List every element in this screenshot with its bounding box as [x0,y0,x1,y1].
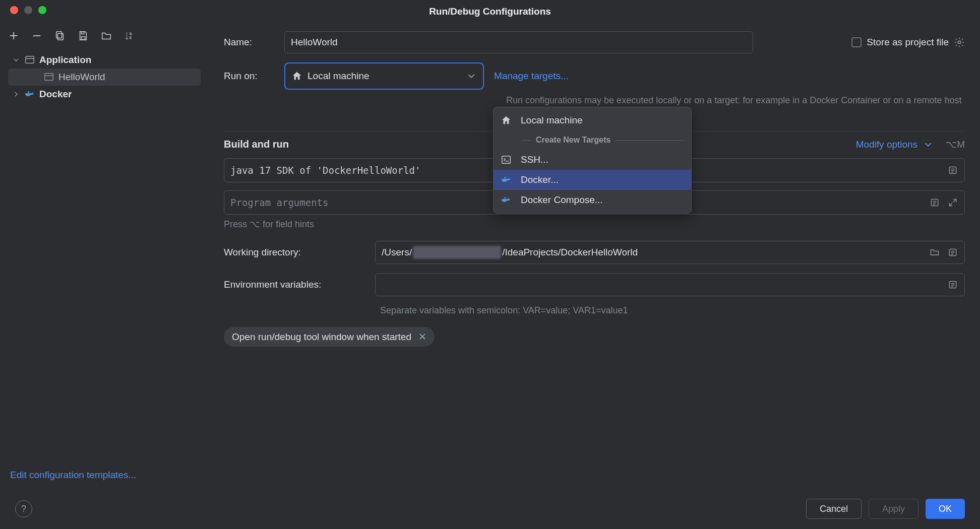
dropdown-item-docker-compose[interactable]: Docker Compose... [494,190,691,210]
modify-options-kbd: ⌥M [946,139,965,150]
folder-config-button[interactable] [99,28,114,43]
terminal-icon [501,154,512,165]
expand-icon[interactable] [947,197,958,208]
tree-label: HelloWorld [58,72,105,83]
svg-rect-3 [57,33,63,40]
application-icon [43,72,54,83]
form-panel: Name: Store as project file Run on: Loca… [209,20,980,489]
dropdown-label: Local machine [521,115,583,126]
sort-config-button[interactable]: az [122,28,137,43]
list-icon[interactable] [929,197,940,208]
close-window-button[interactable] [10,6,18,14]
docker-icon [501,194,512,206]
program-arguments-placeholder: Program arguments [230,197,328,208]
config-tree: Application HelloWorld Docker [0,48,209,461]
name-label: Name: [224,37,284,48]
runon-value: Local machine [308,71,370,82]
dropdown-header-create: Create New Targets [494,130,691,150]
dropdown-label: SSH... [521,154,548,165]
list-icon[interactable] [947,279,958,290]
folder-icon[interactable] [929,247,940,258]
docker-icon [24,89,35,100]
jdk-combo[interactable]: java 17 SDK of 'DockerHelloWorld' [224,158,514,182]
field-hints: Press ⌥ for field hints [224,219,965,230]
close-icon[interactable]: ✕ [418,331,426,343]
home-icon [501,115,512,126]
name-input[interactable] [284,31,753,53]
sidebar: az Application HelloWorld [0,20,209,489]
section-title-build-run: Build and run [224,139,289,150]
dropdown-label: Docker Compose... [521,194,603,206]
runon-label: Run on: [224,71,284,82]
content: az Application HelloWorld [0,20,980,489]
wd-redacted [413,246,501,259]
open-tool-window-chip[interactable]: Open run/debug tool window when started … [224,327,435,347]
copy-config-button[interactable] [52,28,68,43]
titlebar: Run/Debug Configurations [0,0,980,20]
runon-combo[interactable]: Local machine [284,62,484,90]
apply-button[interactable]: Apply [869,499,918,519]
chip-label: Open run/debug tool window when started [232,332,411,343]
cancel-button[interactable]: Cancel [806,499,862,519]
working-directory-label: Working directory: [224,247,375,258]
svg-point-18 [958,41,961,44]
svg-rect-46 [504,197,506,199]
dropdown-label: Docker... [521,174,559,185]
tree-node-application[interactable]: Application [8,51,201,69]
tree-node-helloworld[interactable]: HelloWorld [8,69,201,86]
manage-targets-link[interactable]: Manage targets... [494,71,569,82]
docker-icon [501,174,512,185]
window-title: Run/Debug Configurations [429,3,551,17]
ok-button[interactable]: OK [926,499,965,519]
svg-rect-37 [502,156,511,164]
svg-rect-42 [504,177,506,179]
save-config-button[interactable] [76,28,91,43]
list-icon[interactable] [947,247,958,258]
working-directory-input[interactable]: /Users/ /IdeaProjects/DockerHelloWorld [375,241,965,264]
svg-rect-6 [81,32,84,34]
store-as-project-checkbox[interactable] [851,37,862,47]
svg-text:z: z [130,35,132,40]
add-config-button[interactable] [6,28,21,43]
svg-rect-10 [26,56,34,63]
help-button[interactable]: ? [15,500,32,517]
dropdown-item-local[interactable]: Local machine [494,110,691,130]
jdk-value: java 17 SDK of 'DockerHelloWorld' [230,165,421,176]
env-vars-helper: Separate variables with semicolon: VAR=v… [380,305,965,316]
dropdown-item-ssh[interactable]: SSH... [494,150,691,170]
maximize-window-button[interactable] [38,6,46,14]
sidebar-toolbar: az [0,20,209,48]
tree-node-docker[interactable]: Docker [8,86,201,103]
modify-options-link[interactable]: Modify options [856,139,918,150]
svg-rect-5 [81,37,85,40]
chevron-down-icon [466,71,477,82]
env-vars-input[interactable] [375,273,965,296]
wd-prefix: /Users/ [382,247,412,258]
minimize-window-button[interactable] [24,6,32,14]
dropdown-item-docker[interactable]: Docker... [494,170,691,190]
chevron-down-icon [923,139,934,150]
footer: ? Cancel Apply OK [0,489,980,529]
application-icon [24,54,35,65]
list-icon[interactable] [947,165,958,176]
chevron-right-icon [12,90,20,98]
svg-line-28 [949,203,952,206]
runon-dropdown: Local machine Create New Targets SSH... … [493,107,692,214]
svg-rect-4 [56,32,62,38]
env-vars-label: Environment variables: [224,279,375,290]
svg-rect-17 [28,92,29,93]
svg-line-27 [953,199,956,202]
remove-config-button[interactable] [29,28,44,43]
edit-templates-link[interactable]: Edit configuration templates... [0,461,209,489]
home-icon [291,71,302,82]
chevron-down-icon [12,56,20,64]
gear-icon[interactable] [954,37,965,48]
svg-rect-12 [45,74,53,81]
store-as-project-label: Store as project file [867,37,949,48]
tree-label: Application [39,54,91,65]
tree-label: Docker [39,89,72,100]
wd-suffix: /IdeaProjects/DockerHelloWorld [502,247,638,258]
